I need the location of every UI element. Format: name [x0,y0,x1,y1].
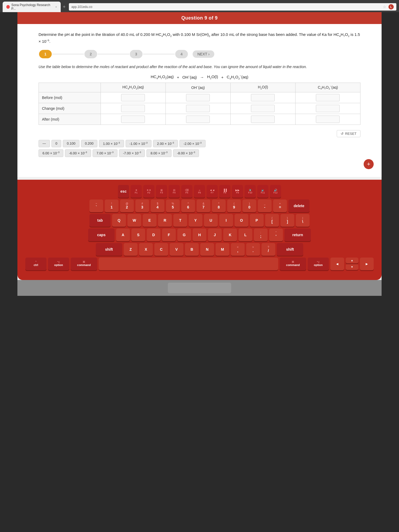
key-f8[interactable]: ▐▐F8 [219,185,230,198]
input-change-3[interactable] [251,105,275,112]
key-1[interactable]: !1 [105,200,118,212]
input-before-4[interactable] [316,94,340,101]
key-caps[interactable]: caps [88,229,115,241]
reset-button[interactable]: ↺ RESET [337,130,360,137]
input-after-3[interactable] [251,116,275,123]
key-8[interactable]: *8 [212,200,226,212]
key-k[interactable]: K [223,229,237,241]
next-button[interactable]: NEXT › [193,50,214,58]
key-o[interactable]: O [235,214,248,227]
key-f9[interactable]: ▶▶F9 [232,185,243,198]
key-f4[interactable]: ⊟F4 [169,185,180,198]
tile-dash[interactable]: — [39,140,50,147]
key-f7[interactable]: ◄◄F7 [207,185,218,198]
new-tab-button[interactable]: + [63,4,66,10]
key-tab[interactable]: tab [89,214,111,227]
key-f6[interactable]: ☼F6 [194,185,205,198]
key-9[interactable]: (9 [227,200,241,212]
key-b[interactable]: B [185,243,199,256]
key-f5[interactable]: ⌫F5 [181,185,192,198]
tile-7e-3[interactable]: 7.00 × 10−3 [93,149,117,157]
key-4[interactable]: $4 [151,200,164,212]
key-semicolon[interactable]: :; [254,229,268,241]
tab-close-icon[interactable]: × [55,5,57,8]
key-g[interactable]: G [177,229,191,241]
key-delete[interactable]: delete [288,200,310,212]
cell-change-4[interactable] [295,103,360,114]
key-space[interactable] [99,258,278,270]
key-backslash[interactable]: |\ [296,214,310,227]
key-c[interactable]: C [154,243,168,256]
key-f[interactable]: F [162,229,176,241]
key-esc[interactable]: esc [118,185,129,198]
tile-6e-3[interactable]: 6.00 × 10−3 [39,149,63,157]
key-rbracket[interactable]: }] [281,214,294,227]
tile-2e-3[interactable]: 2.00 × 10−3 [153,140,178,147]
key-q[interactable]: Q [112,214,126,227]
trackpad[interactable] [168,283,231,293]
key-option-right[interactable]: ⌥ option [308,258,329,270]
key-2[interactable]: @2 [120,200,134,212]
key-w[interactable]: W [127,214,141,227]
key-command-left[interactable]: ⌘ command [71,258,97,270]
cell-after-3[interactable] [230,114,295,125]
tile-1e-3[interactable]: 1.00 × 10−3 [99,140,124,147]
tile-0100[interactable]: 0.100 [63,140,79,147]
key-5[interactable]: %5 [166,200,180,212]
browser-tab[interactable]: Sona Psychology Research P... × [3,2,61,12]
tile-neg2e-3[interactable]: -2.00 × 10−3 [179,140,206,147]
input-before-1[interactable] [121,94,145,101]
key-s[interactable]: S [131,229,145,241]
plus-button[interactable]: + [364,159,374,169]
key-6[interactable]: ^6 [181,200,195,212]
key-h[interactable]: H [193,229,206,241]
key-y[interactable]: Y [189,214,202,227]
step-1[interactable]: 1 [39,50,52,58]
tile-neg8e-3[interactable]: -8.00 × 10−3 [173,149,199,157]
cell-after-4[interactable] [295,114,360,125]
tile-neg6e-3[interactable]: -6.00 × 10−3 [65,149,91,157]
key-3[interactable]: #3 [135,200,149,212]
tile-0200[interactable]: 0.200 [81,140,98,147]
key-n[interactable]: N [200,243,214,256]
step-2[interactable]: 2 [84,50,97,58]
key-a[interactable]: A [116,229,130,241]
key-arrow-left[interactable]: ◄ [330,258,344,270]
input-change-2[interactable] [186,105,210,112]
tile-0[interactable]: 0 [51,140,61,147]
cell-after-1[interactable] [101,114,165,125]
key-quote[interactable]: "' [269,229,283,241]
cell-after-2[interactable] [165,114,230,125]
key-j[interactable]: J [208,229,222,241]
step-3[interactable]: 3 [130,50,142,58]
input-after-1[interactable] [121,116,145,123]
cell-change-1[interactable] [101,103,165,114]
key-r[interactable]: R [158,214,172,227]
key-arrow-right[interactable]: ► [360,258,374,270]
key-7[interactable]: &7 [197,200,210,212]
key-equals[interactable]: += [273,200,287,212]
key-u[interactable]: U [204,214,218,227]
cell-change-3[interactable] [230,103,295,114]
key-0[interactable]: )0 [243,200,256,212]
tile-8e-3[interactable]: 8.00 × 10−3 [146,149,171,157]
key-x[interactable]: X [139,243,153,256]
key-f12[interactable]: 🔊F12 [270,185,281,198]
cell-change-2[interactable] [165,103,230,114]
key-command-right[interactable]: ⌘ command [280,258,306,270]
cell-before-2[interactable] [165,92,230,103]
input-after-2[interactable] [186,116,210,123]
key-f1[interactable]: ☀F1 [131,185,142,198]
key-i[interactable]: I [219,214,233,227]
cell-before-4[interactable] [295,92,360,103]
tile-neg1e-3[interactable]: -1.00 × 10−3 [126,140,152,147]
key-shift-right[interactable]: shift [277,243,303,256]
key-p[interactable]: P [250,214,264,227]
key-d[interactable]: D [147,229,160,241]
key-return[interactable]: return [284,229,311,241]
key-option-left[interactable]: ⌥ option [48,258,69,270]
input-after-4[interactable] [316,116,340,123]
key-minus[interactable]: _- [258,200,272,212]
key-period[interactable]: >. [246,243,260,256]
step-4[interactable]: 4 [175,50,188,58]
